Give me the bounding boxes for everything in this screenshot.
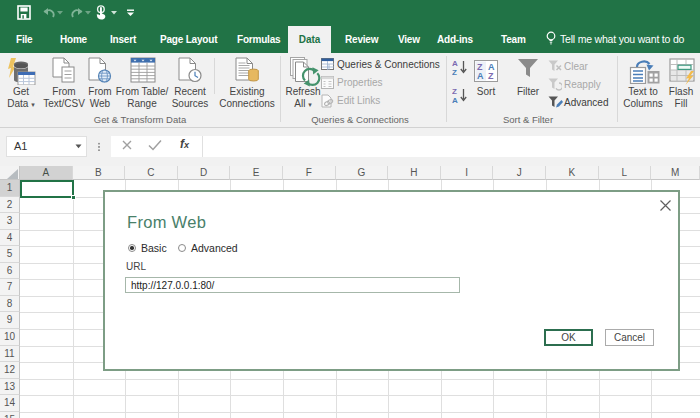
svg-text:A: A <box>488 62 495 72</box>
svg-text:Z: Z <box>452 87 457 96</box>
svg-text:Z: Z <box>477 62 483 72</box>
svg-text:Z: Z <box>488 71 494 81</box>
svg-text:Z: Z <box>452 68 457 76</box>
svg-text:A: A <box>452 59 458 68</box>
svg-text:A: A <box>477 71 484 81</box>
svg-text:A: A <box>452 96 458 104</box>
